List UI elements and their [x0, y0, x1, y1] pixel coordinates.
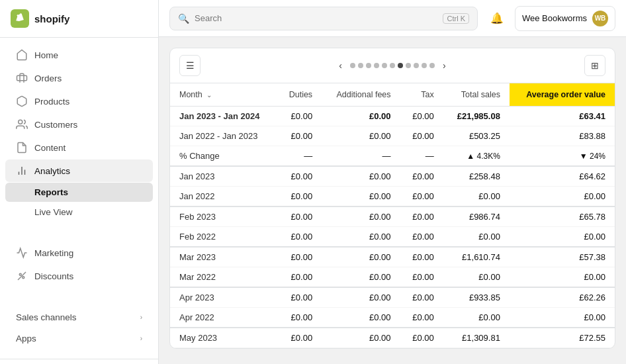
page-dot-11[interactable]: [429, 63, 435, 68]
account-button[interactable]: Wee Bookworms WB: [515, 6, 615, 31]
cell-additional-fees: £0.00: [322, 328, 400, 348]
prev-page-button[interactable]: ‹: [336, 58, 345, 73]
cell-additional-fees: £0.00: [322, 166, 400, 187]
cell-avg-order: £65.78: [510, 206, 615, 227]
cell-duties: —: [277, 146, 322, 167]
search-input[interactable]: [195, 13, 437, 23]
col-header-additional-fees: Additional fees: [322, 83, 400, 107]
avatar: WB: [592, 11, 608, 26]
sidebar-item-home[interactable]: Home: [5, 44, 153, 66]
sidebar-item-marketing[interactable]: Marketing: [5, 242, 153, 264]
cell-avg-order: £0.00: [510, 308, 615, 328]
page-dot-1[interactable]: [350, 63, 355, 68]
sidebar-label-sales-channels: Sales channels: [16, 312, 77, 322]
topbar: 🔍 Ctrl K 🔔 Wee Bookworms WB: [159, 0, 626, 37]
cell-avg-order: £72.55: [510, 328, 615, 348]
pagination-dots: [350, 63, 435, 68]
cell-duties: £0.00: [277, 166, 322, 187]
sidebar-item-discounts[interactable]: Discounts: [5, 265, 153, 287]
cell-month: Apr 2022: [170, 308, 277, 328]
sidebar-label-home: Home: [34, 50, 58, 60]
cell-avg-order: £64.62: [510, 166, 615, 187]
search-bar[interactable]: 🔍 Ctrl K: [169, 7, 478, 30]
chevron-right-icon: ›: [140, 314, 142, 321]
sidebar-item-reports[interactable]: Reports: [5, 183, 153, 202]
cell-total-sales: £0.00: [443, 187, 510, 207]
cell-duties: £0.00: [277, 126, 322, 146]
cell-tax: £0.00: [400, 227, 443, 248]
sidebar-item-apps[interactable]: Apps ›: [5, 328, 153, 349]
cell-month: Mar 2022: [170, 267, 277, 288]
cell-additional-fees: £0.00: [322, 287, 400, 308]
sidebar-item-analytics[interactable]: Analytics: [5, 159, 153, 182]
col-header-total-sales: Total sales: [443, 83, 510, 107]
cell-tax: £0.00: [400, 287, 443, 308]
report-card: ☰ ‹ ›: [169, 48, 615, 349]
cell-tax: £0.00: [400, 206, 443, 227]
page-dot-6[interactable]: [390, 63, 395, 68]
search-shortcut: Ctrl K: [443, 13, 469, 24]
sort-icon[interactable]: ⌄: [206, 91, 212, 99]
next-page-button[interactable]: ›: [440, 58, 449, 73]
cell-total-sales: ▲ 4.3K%: [443, 146, 510, 167]
cell-avg-order: £0.00: [510, 187, 615, 207]
page-dot-10[interactable]: [422, 63, 427, 68]
page-dot-9[interactable]: [414, 63, 419, 68]
cell-month: Feb 2023: [170, 206, 277, 227]
page-dot-2[interactable]: [358, 63, 363, 68]
sidebar-label-live-view: Live View: [34, 207, 73, 217]
channels-section: Sales channels › Apps ›: [0, 301, 158, 355]
cell-avg-order: £62.26: [510, 287, 615, 308]
page-dot-5[interactable]: [382, 63, 387, 68]
account-name: Wee Bookworms: [522, 13, 587, 23]
cell-month: Mar 2023: [170, 247, 277, 267]
sidebar-item-products[interactable]: Products: [5, 90, 153, 113]
cell-total-sales: £503.25: [443, 126, 510, 146]
cell-avg-order: £63.41: [510, 107, 615, 126]
cell-additional-fees: —: [322, 146, 400, 167]
logo-text: shopify: [34, 13, 69, 24]
cell-total-sales: £0.00: [443, 267, 510, 288]
cell-total-sales: £933.85: [443, 287, 510, 308]
cell-duties: £0.00: [277, 267, 322, 288]
cell-additional-fees: £0.00: [322, 206, 400, 227]
sidebar-label-discounts: Discounts: [34, 271, 73, 281]
table-row: Jan 2023 - Jan 2024 £0.00 £0.00 £0.00 £2…: [170, 107, 615, 126]
page-dot-8[interactable]: [406, 63, 411, 68]
col-header-duties: Duties: [277, 83, 322, 107]
cell-tax: £0.00: [400, 247, 443, 267]
filter-button[interactable]: ☰: [179, 55, 201, 76]
svg-line-6: [18, 272, 26, 280]
cell-tax: £0.00: [400, 267, 443, 288]
table-header: Month ⌄ Duties Additional fees Tax Total…: [170, 83, 615, 107]
cell-tax: £0.00: [400, 107, 443, 126]
content-area: ☰ ‹ ›: [159, 37, 626, 364]
page-dot-4[interactable]: [374, 63, 379, 68]
cell-duties: £0.00: [277, 227, 322, 248]
sidebar-label-analytics: Analytics: [34, 166, 70, 176]
cell-tax: £0.00: [400, 187, 443, 207]
cell-month: Feb 2022: [170, 227, 277, 248]
cell-month: % Change: [170, 146, 277, 167]
cell-month: Jan 2023: [170, 166, 277, 187]
cell-month: Jan 2022: [170, 187, 277, 207]
sidebar-item-content[interactable]: Content: [5, 136, 153, 159]
cell-total-sales: £0.00: [443, 227, 510, 248]
cell-avg-order: £0.00: [510, 267, 615, 288]
sidebar-item-orders[interactable]: Orders: [5, 67, 153, 89]
cell-total-sales: £0.00: [443, 308, 510, 328]
cell-month: Jan 2023 - Jan 2024: [170, 107, 277, 126]
cell-month: Jan 2022 - Jan 2023: [170, 126, 277, 146]
sidebar-item-live-view[interactable]: Live View: [5, 203, 153, 222]
cell-total-sales: £258.48: [443, 166, 510, 187]
cell-duties: £0.00: [277, 308, 322, 328]
page-dot-3[interactable]: [366, 63, 371, 68]
sidebar-label-products: Products: [34, 97, 69, 107]
page-dot-7[interactable]: [398, 63, 403, 68]
cell-duties: £0.00: [277, 328, 322, 348]
columns-button[interactable]: ⊞: [584, 55, 605, 76]
sidebar-item-customers[interactable]: Customers: [5, 113, 153, 136]
notifications-button[interactable]: 🔔: [486, 7, 508, 30]
sidebar-item-sales-channels[interactable]: Sales channels ›: [5, 307, 153, 328]
svg-point-0: [19, 120, 22, 124]
